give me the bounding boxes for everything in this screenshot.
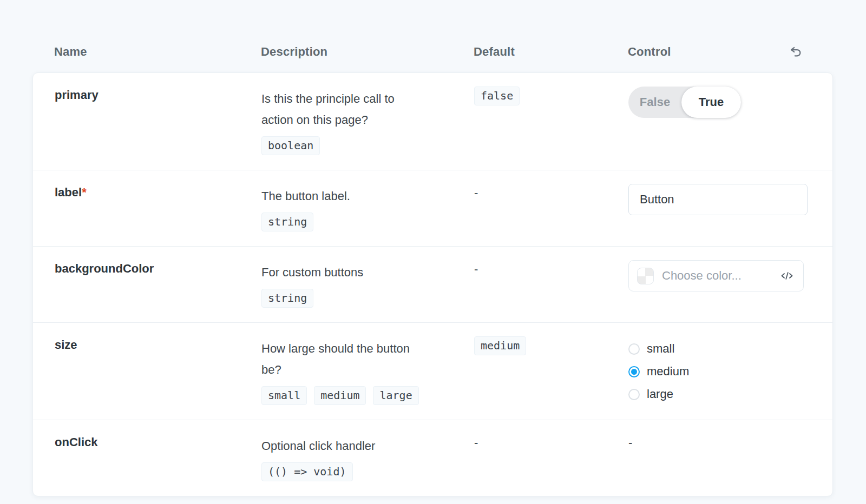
arg-name: primary bbox=[55, 87, 261, 102]
required-asterisk: * bbox=[82, 185, 87, 199]
type-badge: medium bbox=[314, 386, 366, 405]
no-control-dash: - bbox=[628, 434, 632, 450]
arg-description: Is this the principle call to action on … bbox=[261, 87, 474, 155]
toggle-false-option[interactable]: False bbox=[628, 87, 681, 118]
radio-option-label: small bbox=[647, 342, 674, 356]
radio-circle-selected-icon[interactable] bbox=[628, 366, 640, 377]
arg-default: - bbox=[474, 260, 628, 276]
arg-description: Optional click handler (() => void) bbox=[261, 434, 474, 481]
arg-default: - bbox=[474, 184, 628, 200]
type-badge: large bbox=[373, 386, 418, 405]
args-table: primary Is this the principle call to ac… bbox=[32, 72, 833, 496]
column-header-name: Name bbox=[54, 45, 261, 59]
type-badge: string bbox=[261, 289, 313, 308]
type-badge: small bbox=[261, 386, 307, 405]
type-badge: (() => void) bbox=[261, 462, 353, 481]
size-radio-group: small medium large bbox=[628, 336, 811, 401]
arg-description-text: Optional click handler bbox=[261, 435, 429, 456]
arg-name-text: backgroundColor bbox=[55, 262, 154, 275]
table-row-primary: primary Is this the principle call to ac… bbox=[33, 73, 832, 170]
no-default-dash: - bbox=[474, 260, 478, 276]
table-row-onClick: onClick Optional click handler (() => vo… bbox=[33, 420, 832, 496]
color-picker-placeholder[interactable]: Choose color... bbox=[662, 269, 780, 283]
no-default-dash: - bbox=[474, 434, 478, 450]
arg-description-text: For custom buttons bbox=[261, 262, 429, 283]
boolean-toggle-primary[interactable]: False True bbox=[628, 87, 741, 118]
type-badge: string bbox=[261, 213, 313, 231]
args-panel: Name Description Default Control primary… bbox=[0, 0, 866, 496]
arg-description-text: The button label. bbox=[261, 185, 429, 207]
arg-description-text: How large should the button be? bbox=[261, 338, 429, 380]
arg-control: False True bbox=[628, 87, 811, 118]
default-value-badge: medium bbox=[474, 336, 526, 355]
toggle-true-option[interactable]: True bbox=[681, 87, 741, 118]
arg-name: label* bbox=[55, 184, 261, 200]
arg-control bbox=[628, 184, 811, 215]
arg-name-text: size bbox=[55, 338, 77, 352]
radio-circle-icon[interactable] bbox=[628, 389, 640, 400]
arg-description: The button label. string bbox=[261, 184, 474, 231]
column-header-default: Default bbox=[474, 45, 628, 59]
args-table-header: Name Description Default Control bbox=[32, 38, 833, 66]
column-header-control: Control bbox=[628, 45, 671, 59]
radio-option-label: medium bbox=[647, 364, 689, 379]
table-row-size: size How large should the button be? sma… bbox=[33, 322, 832, 420]
undo-icon bbox=[789, 45, 803, 59]
code-brackets-icon[interactable] bbox=[780, 269, 793, 282]
arg-default: false bbox=[474, 87, 628, 105]
table-row-label: label* The button label. string - bbox=[33, 170, 832, 246]
arg-control: Choose color... bbox=[628, 260, 811, 291]
arg-description-text: Is this the principle call to action on … bbox=[261, 88, 429, 130]
arg-control: - bbox=[628, 434, 811, 450]
radio-option-large[interactable]: large bbox=[628, 387, 811, 401]
arg-name-text: onClick bbox=[55, 435, 97, 449]
arg-description: For custom buttons string bbox=[261, 260, 474, 308]
arg-name: backgroundColor bbox=[55, 260, 261, 276]
color-swatch-checkerboard[interactable] bbox=[637, 268, 654, 284]
arg-name: onClick bbox=[55, 434, 261, 449]
arg-default: - bbox=[474, 434, 628, 450]
arg-name: size bbox=[55, 336, 261, 352]
arg-control: small medium large bbox=[628, 336, 811, 401]
radio-circle-icon[interactable] bbox=[628, 343, 640, 355]
arg-name-text: primary bbox=[55, 88, 99, 102]
type-badge: boolean bbox=[261, 136, 320, 155]
label-text-input[interactable] bbox=[628, 184, 808, 215]
arg-description: How large should the button be? small me… bbox=[261, 336, 474, 405]
arg-name-text: label bbox=[55, 185, 82, 199]
radio-option-label: large bbox=[647, 387, 673, 401]
arg-default: medium bbox=[474, 336, 628, 355]
no-default-dash: - bbox=[474, 184, 478, 200]
radio-option-medium[interactable]: medium bbox=[628, 364, 811, 379]
reset-controls-button[interactable] bbox=[786, 43, 805, 61]
default-value-badge: false bbox=[474, 87, 520, 105]
column-header-description: Description bbox=[261, 45, 474, 59]
color-picker-control[interactable]: Choose color... bbox=[628, 260, 804, 291]
radio-option-small[interactable]: small bbox=[628, 342, 811, 356]
table-row-backgroundColor: backgroundColor For custom buttons strin… bbox=[33, 246, 832, 322]
